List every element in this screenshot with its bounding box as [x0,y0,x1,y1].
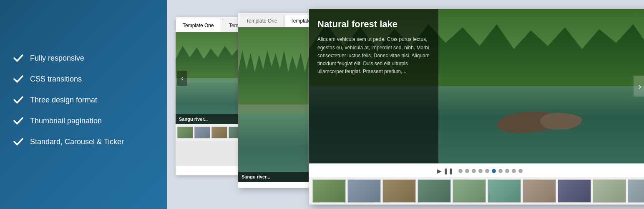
thumb-1[interactable] [177,127,193,138]
t3-thumb-6[interactable] [488,179,521,203]
template-three-title: Natural forest lake [317,19,430,30]
t3-thumb-7[interactable] [523,179,556,203]
template-three-pause-icon[interactable]: ❚❚ [443,168,453,174]
feature-item-standard-carousel-ticker: Standard, Carousel & Ticker [13,136,154,148]
template-three-card: Natural forest lake Aliquam vehicula sem… [309,8,644,205]
template-one-nav-left[interactable]: ‹ [177,71,187,86]
checkmark-icon [13,52,24,64]
template-three-play-icon[interactable]: ▶ [437,168,442,174]
feature-list: Fully responsive CSS transitions Three d… [13,52,154,157]
tab-template-one-t2[interactable]: Template One [240,15,284,27]
thumb-3[interactable] [211,127,227,138]
feature-item-thumbnail-pagination: Thumbnail pagination [13,115,154,127]
checkmark-icon [13,115,24,127]
checkmark-icon [13,73,24,85]
dot-10[interactable] [518,169,523,173]
feature-label: Three design format [30,96,97,104]
template-three-thumb-strip [309,177,644,205]
dot-6-active[interactable] [492,169,496,173]
dot-9[interactable] [512,169,516,173]
dot-3[interactable] [472,169,476,173]
templates-container: Template One Template Two Sangu river...… [175,8,636,201]
dot-8[interactable] [505,169,509,173]
left-panel: Fully responsive CSS transitions Three d… [0,0,167,209]
t3-thumb-2[interactable] [347,179,381,203]
feature-label: Standard, Carousel & Ticker [30,138,124,146]
checkmark-icon [13,94,24,106]
thumb-2[interactable] [194,127,210,138]
t3-thumb-3[interactable] [382,179,416,203]
t3-thumb-1[interactable] [312,179,346,203]
template-three-nav-right[interactable]: › [634,76,644,97]
feature-item-css-transitions: CSS transitions [13,73,154,85]
feature-label: CSS transitions [30,75,82,84]
dot-4[interactable] [478,169,483,173]
dot-5[interactable] [485,169,489,173]
template-three-bottom-controls: ▶ ❚❚ [309,163,644,177]
t3-thumb-10[interactable] [628,179,644,203]
tab-template-one[interactable]: Template One [176,19,221,32]
template-three-slide: Natural forest lake Aliquam vehicula sem… [309,9,644,163]
checkmark-icon [13,136,24,148]
dot-1[interactable] [458,169,463,173]
template-three-body: Aliquam vehicula sem ut pede. Cras purus… [317,36,430,76]
template-three-play-pause: ▶ ❚❚ [437,168,453,174]
feature-item-three-design-format: Three design format [13,94,154,106]
dot-7[interactable] [498,169,503,173]
feature-label: Thumbnail pagination [30,117,102,125]
t3-thumb-9[interactable] [593,179,626,203]
feature-label: Fully responsive [30,54,84,63]
feature-item-fully-responsive: Fully responsive [13,52,154,64]
template-three-text-overlay: Natural forest lake Aliquam vehicula sem… [309,9,438,163]
t3-thumb-4[interactable] [418,179,451,203]
right-panel: Template One Template Two Sangu river...… [167,0,644,209]
t3-thumb-8[interactable] [558,179,591,203]
t3-thumb-5[interactable] [453,179,486,203]
dot-2[interactable] [465,169,469,173]
